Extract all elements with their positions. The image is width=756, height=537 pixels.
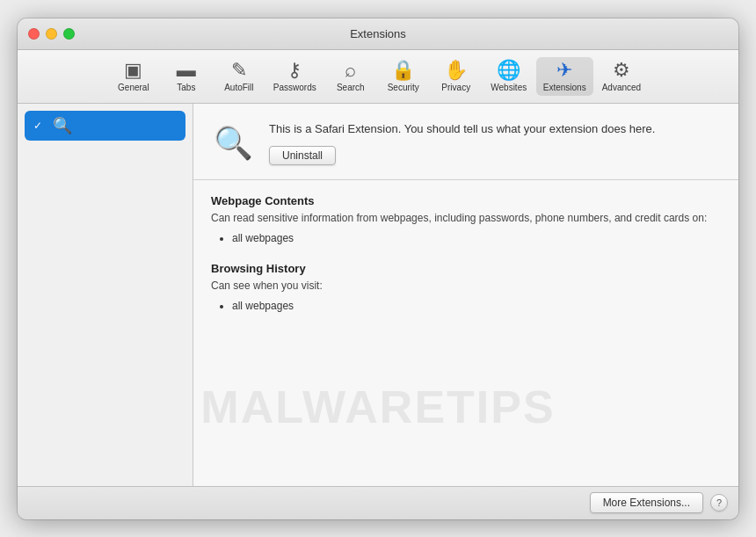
sidebar: ✓ 🔍 bbox=[18, 104, 193, 486]
general-label: General bbox=[118, 83, 149, 92]
security-icon: 🔒 bbox=[391, 61, 415, 80]
tabs-label: Tabs bbox=[177, 83, 195, 92]
permission-browsing-history: Browsing History Can see when you visit:… bbox=[211, 262, 721, 316]
main-window: Extensions ▣ General ▬ Tabs ✎ AutoFill ⚷… bbox=[18, 18, 738, 519]
permission-webpage-item-0: all webpages bbox=[232, 230, 721, 247]
toolbar: ▣ General ▬ Tabs ✎ AutoFill ⚷ Passwords … bbox=[18, 50, 738, 104]
bottom-bar: More Extensions... ? bbox=[18, 486, 738, 519]
uninstall-button[interactable]: Uninstall bbox=[269, 146, 336, 165]
privacy-icon: ✋ bbox=[444, 61, 468, 80]
toolbar-item-security[interactable]: 🔒 Security bbox=[378, 57, 429, 96]
window-title: Extensions bbox=[350, 27, 406, 40]
permission-history-list: all webpages bbox=[211, 298, 721, 315]
ext-big-icon: 🔍 bbox=[211, 121, 255, 165]
permission-webpage-contents: Webpage Contents Can read sensitive info… bbox=[211, 194, 721, 248]
close-button[interactable] bbox=[28, 28, 40, 40]
advanced-label: Advanced bbox=[602, 83, 641, 92]
toolbar-item-search[interactable]: ⌕ Search bbox=[325, 57, 376, 96]
toolbar-item-tabs[interactable]: ▬ Tabs bbox=[161, 57, 212, 96]
security-label: Security bbox=[388, 83, 419, 92]
check-icon: ✓ bbox=[33, 120, 46, 132]
search-label: Search bbox=[337, 83, 365, 92]
more-extensions-button[interactable]: More Extensions... bbox=[590, 492, 703, 513]
passwords-icon: ⚷ bbox=[287, 61, 302, 80]
ext-info: This is a Safari Extension. You should t… bbox=[269, 121, 721, 165]
minimize-button[interactable] bbox=[46, 28, 57, 40]
main-content: MALWARETIPS ✓ 🔍 🔍 This is a Safari Exten… bbox=[18, 104, 738, 486]
toolbar-item-extensions[interactable]: ✈ Extensions bbox=[536, 57, 593, 96]
toolbar-item-passwords[interactable]: ⚷ Passwords bbox=[266, 57, 323, 96]
extension-header: 🔍 This is a Safari Extension. You should… bbox=[193, 104, 738, 180]
tabs-icon: ▬ bbox=[177, 61, 196, 80]
general-icon: ▣ bbox=[124, 61, 142, 80]
permission-history-item-0: all webpages bbox=[232, 298, 721, 315]
toolbar-item-privacy[interactable]: ✋ Privacy bbox=[431, 57, 482, 96]
permission-history-title: Browsing History bbox=[211, 262, 721, 275]
toolbar-item-autofill[interactable]: ✎ AutoFill bbox=[214, 57, 265, 96]
help-button[interactable]: ? bbox=[710, 494, 728, 512]
extensions-label: Extensions bbox=[543, 83, 586, 92]
maximize-button[interactable] bbox=[63, 28, 75, 40]
sidebar-item-search-ext[interactable]: ✓ 🔍 bbox=[25, 111, 185, 141]
ext-icon-small: 🔍 bbox=[53, 116, 72, 135]
toolbar-item-advanced[interactable]: ⚙ Advanced bbox=[595, 57, 648, 96]
permission-history-desc: Can see when you visit: bbox=[211, 279, 721, 294]
passwords-label: Passwords bbox=[273, 83, 316, 92]
privacy-label: Privacy bbox=[441, 83, 470, 92]
extension-body: Webpage Contents Can read sensitive info… bbox=[193, 180, 738, 486]
autofill-label: AutoFill bbox=[224, 83, 253, 92]
toolbar-item-websites[interactable]: 🌐 Websites bbox=[483, 57, 534, 96]
websites-label: Websites bbox=[491, 83, 527, 92]
permission-webpage-desc: Can read sensitive information from webp… bbox=[211, 211, 721, 226]
titlebar: Extensions bbox=[18, 18, 738, 50]
advanced-icon: ⚙ bbox=[613, 61, 630, 80]
websites-icon: 🌐 bbox=[497, 61, 520, 80]
permission-webpage-list: all webpages bbox=[211, 230, 721, 247]
extensions-icon: ✈ bbox=[556, 61, 572, 80]
autofill-icon: ✎ bbox=[231, 61, 247, 80]
traffic-lights bbox=[28, 28, 75, 40]
detail-panel: 🔍 This is a Safari Extension. You should… bbox=[193, 104, 738, 486]
toolbar-item-general[interactable]: ▣ General bbox=[108, 57, 159, 96]
search-icon: ⌕ bbox=[345, 61, 356, 80]
permission-webpage-title: Webpage Contents bbox=[211, 194, 721, 207]
ext-description: This is a Safari Extension. You should t… bbox=[269, 121, 721, 137]
